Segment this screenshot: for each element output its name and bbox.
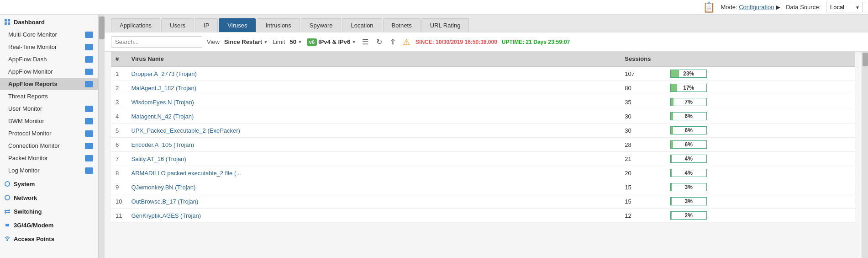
cell-bar: 7% xyxy=(666,95,855,109)
sidebar-item-3g4g[interactable]: 3G/4G/Modem xyxy=(0,218,98,231)
sidebar-label-multi-core: Multi-Core Monitor xyxy=(8,31,57,38)
sidebar-label-dashboard: Dashboard xyxy=(14,19,45,26)
cell-sessions: 30 xyxy=(620,124,666,138)
table-scrollbar[interactable] xyxy=(862,52,868,258)
tabs-bar: Applications Users IP Viruses Intrusions xyxy=(111,18,862,32)
sidebar-item-real-time-monitor[interactable]: Real-Time Monitor xyxy=(0,41,98,53)
cell-num: 7 xyxy=(111,152,126,166)
sidebar-label-appflow-dash: AppFlow Dash xyxy=(8,56,47,63)
datasource-label: Data Source: xyxy=(786,4,821,11)
cell-num: 9 xyxy=(111,180,126,194)
sidebar-item-dashboard[interactable]: Dashboard xyxy=(0,15,98,28)
sidebar-icon-protocol-monitor xyxy=(85,130,93,137)
content-outer: Applications Users IP Viruses Intrusions xyxy=(105,15,868,258)
search-input[interactable] xyxy=(111,36,202,48)
cell-sessions: 15 xyxy=(620,180,666,194)
cell-virus-name[interactable]: Sality.AT_16 (Trojan) xyxy=(126,152,620,166)
tab-location[interactable]: Location xyxy=(342,18,382,32)
cell-num: 3 xyxy=(111,95,126,109)
cell-virus-name[interactable]: QJwmonkey.BN (Trojan) xyxy=(126,180,620,194)
cell-sessions: 107 xyxy=(620,66,666,81)
dashboard-icon xyxy=(4,18,11,26)
sidebar-item-appflow-reports[interactable]: AppFlow Reports xyxy=(0,78,98,90)
sidebar-item-appflow-dash[interactable]: AppFlow Dash xyxy=(0,53,98,65)
view-dropdown[interactable]: Since Restart ▼ xyxy=(224,38,268,45)
cell-sessions: 80 xyxy=(620,81,666,95)
col-virus-name: Virus Name xyxy=(126,52,620,66)
sidebar-label-3g4g: 3G/4G/Modem xyxy=(14,222,53,229)
col-num: # xyxy=(111,52,126,66)
sidebar-item-appflow-monitor[interactable]: AppFlow Monitor xyxy=(0,65,98,78)
cell-virus-name[interactable]: UPX_Packed_Executable_2 (ExePacker) xyxy=(126,124,620,138)
cell-bar: 2% xyxy=(666,209,855,223)
sidebar-item-packet-monitor[interactable]: Packet Monitor xyxy=(0,152,98,164)
limit-label: Limit xyxy=(273,38,285,45)
warning-icon[interactable]: ⚠ xyxy=(402,38,411,47)
cell-virus-name[interactable]: Dropper.A_2773 (Trojan) xyxy=(126,66,620,81)
view-value: Since Restart xyxy=(224,38,262,45)
table-scrollbar-thumb[interactable] xyxy=(863,53,868,66)
sidebar-item-log-monitor[interactable]: Log Monitor xyxy=(0,164,98,177)
col-bar xyxy=(666,52,855,66)
cell-bar: 3% xyxy=(666,180,855,194)
sidebar-icon-packet-monitor xyxy=(85,155,93,161)
cell-num: 5 xyxy=(111,124,126,138)
sidebar-item-switching[interactable]: Switching xyxy=(0,204,98,218)
sidebar-outer: Dashboard Multi-Core Monitor Real-Time M… xyxy=(0,15,105,258)
menu-lines-icon[interactable]: ☰ xyxy=(361,38,370,47)
refresh-icon[interactable]: ↻ xyxy=(374,38,384,47)
sidebar-scrollbar[interactable] xyxy=(98,15,105,258)
view-label: View xyxy=(207,38,220,45)
sidebar-item-threat-reports[interactable]: Threat Reports xyxy=(0,90,98,102)
sidebar-item-system[interactable]: System xyxy=(0,177,98,190)
sidebar-label-real-time: Real-Time Monitor xyxy=(8,43,57,50)
table-row: 3WisdomEyes.N (Trojan)357% xyxy=(111,95,855,109)
sidebar-label-network: Network xyxy=(14,194,37,201)
sidebar-item-user-monitor[interactable]: User Monitor xyxy=(0,102,98,115)
tab-spyware[interactable]: Spyware xyxy=(301,18,342,32)
sidebar-item-bwm-monitor[interactable]: BWM Monitor xyxy=(0,115,98,127)
sidebar-label-bwm-monitor: BWM Monitor xyxy=(8,118,44,124)
content: Applications Users IP Viruses Intrusions xyxy=(105,15,868,258)
sidebar-item-network[interactable]: Network xyxy=(0,190,98,204)
cell-virus-name[interactable]: Encoder.A_105 (Trojan) xyxy=(126,138,620,152)
table-row: 9QJwmonkey.BN (Trojan)153% xyxy=(111,180,855,194)
sidebar-item-connection-monitor[interactable]: Connection Monitor xyxy=(0,140,98,152)
cell-virus-name[interactable]: OutBrowse.B_17 (Trojan) xyxy=(126,194,620,209)
tab-url-rating[interactable]: URL Rating xyxy=(421,18,469,32)
sidebar-label-appflow-reports: AppFlow Reports xyxy=(8,81,58,87)
tab-ip[interactable]: IP xyxy=(195,18,218,32)
cell-virus-name[interactable]: MalAgent.J_182 (Trojan) xyxy=(126,81,620,95)
sidebar-item-protocol-monitor[interactable]: Protocol Monitor xyxy=(0,127,98,140)
tab-botnets[interactable]: Botnets xyxy=(383,18,421,32)
tab-viruses[interactable]: Viruses xyxy=(219,18,256,32)
ipv-dropdown[interactable]: v6 IPv4 & IPv6 ▼ xyxy=(307,38,356,46)
cell-virus-name[interactable]: ARMADILLO packed executable_2 file (... xyxy=(126,166,620,180)
cell-bar: 23% xyxy=(666,66,855,81)
sidebar-item-access-points[interactable]: Access Points xyxy=(0,231,98,245)
cell-num: 6 xyxy=(111,138,126,152)
tab-users[interactable]: Users xyxy=(161,18,194,32)
sidebar-icon-appflow-monitor xyxy=(85,69,93,75)
mode-label: Mode: xyxy=(721,4,737,11)
tab-intrusions[interactable]: Intrusions xyxy=(257,18,300,32)
top-bar: 📋 Mode: Configuration ▶ Data Source: Loc… xyxy=(0,0,868,15)
copy-icon[interactable]: 📋 xyxy=(703,1,715,13)
limit-dropdown[interactable]: 50 ▼ xyxy=(289,38,302,45)
sidebar-label-protocol-monitor: Protocol Monitor xyxy=(8,130,52,137)
ipv-badge: v6 xyxy=(307,38,317,46)
tab-applications[interactable]: Applications xyxy=(111,18,160,32)
sidebar-icon-multi-core xyxy=(85,32,93,38)
table-row: 6Encoder.A_105 (Trojan)286% xyxy=(111,138,855,152)
mode-display: Mode: Configuration ▶ xyxy=(721,4,780,11)
cell-virus-name[interactable]: GenKryptik.AGES (Trojan) xyxy=(126,209,620,223)
cell-virus-name[interactable]: WisdomEyes.N (Trojan) xyxy=(126,95,620,109)
sidebar-item-multi-core-monitor[interactable]: Multi-Core Monitor xyxy=(0,28,98,41)
table-row: 10OutBrowse.B_17 (Trojan)153% xyxy=(111,194,855,209)
cell-bar: 6% xyxy=(666,138,855,152)
sidebar-scrollbar-thumb[interactable] xyxy=(99,16,105,39)
datasource-select[interactable]: Local Remote xyxy=(826,2,863,12)
export-icon[interactable]: ⇧ xyxy=(388,38,397,47)
cell-virus-name[interactable]: Malagent.N_42 (Trojan) xyxy=(126,109,620,124)
cell-sessions: 35 xyxy=(620,95,666,109)
